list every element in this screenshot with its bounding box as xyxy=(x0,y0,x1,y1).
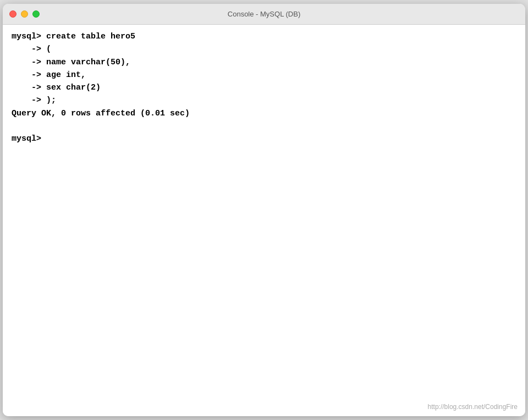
maximize-button[interactable] xyxy=(32,10,40,18)
minimize-button[interactable] xyxy=(21,10,28,18)
close-button[interactable] xyxy=(9,10,16,18)
console-area[interactable]: mysql> create table hero5 -> ( -> name v… xyxy=(3,25,525,416)
console-output: mysql> create table hero5 -> ( -> name v… xyxy=(12,30,516,145)
terminal-window: Console - MySQL (DB) mysql> create table… xyxy=(3,4,525,416)
title-bar: Console - MySQL (DB) xyxy=(3,4,525,25)
traffic-lights xyxy=(9,10,40,18)
watermark: http://blog.csdn.net/CodingFire xyxy=(428,403,518,411)
window-title: Console - MySQL (DB) xyxy=(228,10,300,18)
